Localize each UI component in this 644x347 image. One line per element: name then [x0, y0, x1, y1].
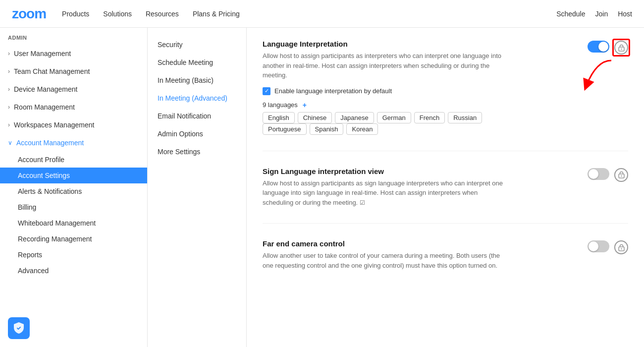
- nav-solutions[interactable]: Solutions: [103, 10, 132, 18]
- verified-badge: ☑: [360, 199, 365, 206]
- settings-nav-security[interactable]: Security: [148, 36, 246, 54]
- language-interpretation-toggle[interactable]: [588, 41, 609, 53]
- sidebar-subitem-account-profile[interactable]: Account Profile: [0, 152, 147, 168]
- language-tags-row: English Chinese Japanese German French R…: [263, 112, 576, 123]
- chevron-right-icon: ›: [8, 50, 10, 57]
- setting-far-end-camera: Far end camera control Allow another use…: [263, 239, 628, 286]
- nav-resources[interactable]: Resources: [146, 10, 179, 18]
- language-count-row: 9 languages +: [263, 101, 576, 109]
- top-navigation: zoom Products Solutions Resources Plans …: [0, 0, 644, 28]
- red-arrow-annotation: [582, 56, 621, 95]
- settings-nav-admin-options[interactable]: Admin Options: [148, 125, 246, 143]
- enable-language-checkbox[interactable]: ✓: [263, 87, 270, 95]
- lang-tag-chinese[interactable]: Chinese: [298, 112, 332, 123]
- sidebar-label-user-management: User Management: [14, 50, 71, 58]
- sidebar-item-team-chat[interactable]: › Team Chat Management: [0, 62, 147, 80]
- lock-svg-3: [618, 244, 625, 251]
- shield-widget[interactable]: [8, 317, 30, 339]
- sidebar-label-account-management: Account Management: [16, 139, 84, 147]
- sidebar-subitem-recording-management[interactable]: Recording Management: [0, 231, 147, 247]
- admin-label: ADMIN: [0, 28, 147, 45]
- sign-language-toggle[interactable]: [588, 168, 609, 180]
- add-language-button[interactable]: +: [303, 101, 307, 109]
- settings-navigation: Security Schedule Meeting In Meeting (Ba…: [148, 28, 247, 347]
- setting-desc-sign-language: Allow host to assign participants as sig…: [263, 178, 510, 208]
- setting-desc-language-interpretation: Allow host to assign participants as int…: [263, 51, 510, 80]
- chevron-right-icon: ›: [8, 68, 10, 75]
- sidebar-subitem-advanced[interactable]: Advanced: [0, 263, 147, 279]
- setting-title-far-end-camera: Far end camera control: [263, 239, 576, 248]
- setting-info-sign-language: Sign Language interpretation view Allow …: [263, 167, 576, 208]
- setting-title-language-interpretation: Language Interpretation: [263, 40, 576, 48]
- nav-join[interactable]: Join: [595, 10, 608, 18]
- sidebar: ADMIN › User Management › Team Chat Mana…: [0, 28, 148, 347]
- chevron-right-icon: ›: [8, 104, 10, 111]
- toggle-knob-off: [589, 169, 598, 179]
- sidebar-item-account-management[interactable]: ∨ Account Management: [0, 134, 147, 152]
- settings-nav-email-notification[interactable]: Email Notification: [148, 107, 246, 125]
- svg-point-1: [621, 48, 622, 49]
- sidebar-subitem-billing[interactable]: Billing: [0, 199, 147, 215]
- sidebar-label-device-management: Device Management: [14, 85, 77, 93]
- lock-svg: [618, 44, 625, 52]
- setting-controls-language: [588, 40, 628, 55]
- lock-icon-language[interactable]: [614, 41, 628, 55]
- sidebar-subitem-account-settings[interactable]: Account Settings: [0, 168, 147, 183]
- settings-nav-more-settings[interactable]: More Settings: [148, 143, 246, 161]
- toggle-slider-camera-off: [588, 240, 609, 252]
- sidebar-subitem-whiteboard-management[interactable]: Whiteboard Management: [0, 215, 147, 231]
- toggle-knob: [598, 42, 608, 52]
- sidebar-item-workspaces-management[interactable]: › Workspaces Management: [0, 116, 147, 134]
- lang-tag-spanish[interactable]: Spanish: [310, 123, 344, 135]
- far-end-camera-toggle[interactable]: [588, 240, 609, 252]
- sidebar-item-device-management[interactable]: › Device Management: [0, 80, 147, 98]
- nav-plans-pricing[interactable]: Plans & Pricing: [193, 10, 240, 18]
- shield-icon: [13, 322, 24, 335]
- toggle-slider-off: [588, 168, 609, 180]
- setting-info-far-end-camera: Far end camera control Allow another use…: [263, 239, 576, 270]
- setting-info-language-interpretation: Language Interpretation Allow host to as…: [263, 40, 576, 135]
- toggle-slider: [588, 41, 609, 53]
- lang-tag-english[interactable]: English: [263, 112, 295, 123]
- lang-tag-japanese[interactable]: Japanese: [335, 112, 374, 123]
- setting-language-interpretation: Language Interpretation Allow host to as…: [263, 40, 628, 151]
- setting-sign-language: Sign Language interpretation view Allow …: [263, 167, 628, 224]
- main-content: Language Interpretation Allow host to as…: [247, 28, 644, 347]
- svg-point-3: [621, 175, 622, 176]
- nav-host[interactable]: Host: [618, 10, 632, 18]
- settings-nav-schedule-meeting[interactable]: Schedule Meeting: [148, 54, 246, 71]
- sidebar-label-room-management: Room Management: [14, 103, 75, 111]
- lang-tag-french[interactable]: French: [414, 112, 445, 123]
- lock-icon-sign-language[interactable]: [614, 168, 628, 182]
- zoom-logo[interactable]: zoom: [12, 6, 46, 22]
- sidebar-label-workspaces-management: Workspaces Management: [14, 121, 94, 129]
- settings-nav-in-meeting-advanced[interactable]: In Meeting (Advanced): [148, 89, 246, 107]
- lang-tag-german[interactable]: German: [377, 112, 411, 123]
- setting-title-sign-language: Sign Language interpretation view: [263, 167, 576, 175]
- setting-controls-sign-language: [588, 167, 628, 182]
- lock-icon-far-end-camera[interactable]: [614, 240, 628, 254]
- lang-tag-russian[interactable]: Russian: [448, 112, 482, 123]
- sidebar-item-user-management[interactable]: › User Management: [0, 45, 147, 62]
- sidebar-subitem-alerts-notifications[interactable]: Alerts & Notifications: [0, 183, 147, 199]
- sidebar-subitem-reports[interactable]: Reports: [0, 247, 147, 263]
- nav-actions: Schedule Join Host: [556, 10, 632, 18]
- setting-controls-far-end-camera: [588, 239, 628, 254]
- toggle-knob-camera-off: [589, 241, 598, 251]
- language-count: 9 languages: [263, 101, 298, 109]
- nav-products[interactable]: Products: [62, 10, 89, 18]
- lock-svg-2: [618, 171, 625, 178]
- sidebar-item-room-management[interactable]: › Room Management: [0, 98, 147, 116]
- chevron-right-icon: ›: [8, 86, 10, 93]
- setting-desc-far-end-camera: Allow another user to take control of yo…: [263, 251, 510, 270]
- lang-tag-korean[interactable]: Korean: [346, 123, 378, 135]
- chevron-right-icon: ›: [8, 121, 10, 128]
- lock-icon-container: [614, 41, 628, 55]
- settings-nav-in-meeting-basic[interactable]: In Meeting (Basic): [148, 71, 246, 89]
- sidebar-label-team-chat: Team Chat Management: [14, 67, 90, 75]
- lang-tag-portuguese[interactable]: Portuguese: [263, 123, 307, 135]
- nav-schedule[interactable]: Schedule: [556, 10, 585, 18]
- checkmark-icon: ✓: [265, 88, 269, 94]
- main-layout: ADMIN › User Management › Team Chat Mana…: [0, 28, 644, 347]
- enable-language-checkbox-row: ✓ Enable language interpretation by defa…: [263, 87, 576, 95]
